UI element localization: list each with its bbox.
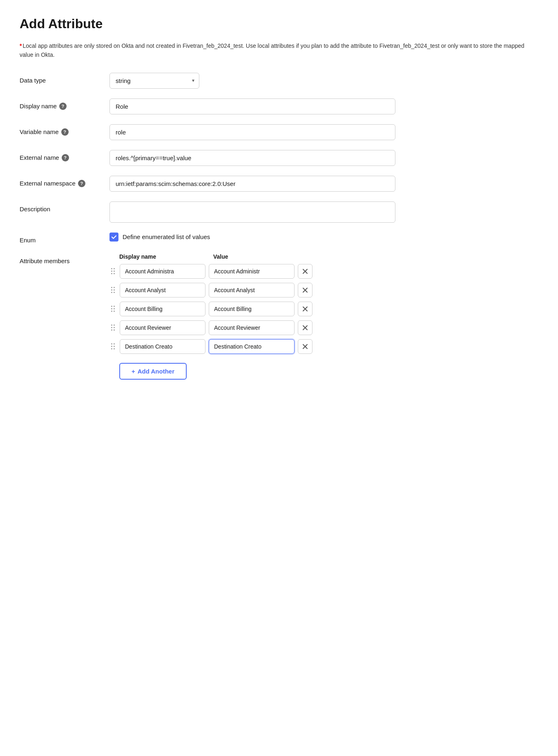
external-name-row: External name ?: [20, 150, 538, 166]
data-type-row: Data type string boolean integer number …: [20, 73, 538, 89]
drag-handle-icon: [109, 285, 116, 295]
remove-member-button[interactable]: [298, 283, 312, 297]
page-title: Add Attribute: [20, 16, 538, 31]
enum-checkbox-row: Define enumerated list of values: [109, 233, 395, 242]
display-name-row: Display name ?: [20, 98, 538, 114]
col-header-display-name: Display name: [119, 253, 213, 260]
enum-label: Enum: [20, 233, 109, 244]
plus-icon: +: [132, 368, 135, 375]
remove-member-button[interactable]: [298, 320, 312, 335]
add-another-label: Add Another: [138, 368, 174, 375]
col-header-value: Value: [213, 253, 395, 260]
add-another-button[interactable]: + Add Another: [119, 363, 187, 380]
member-row: [109, 302, 395, 316]
member-value-input[interactable]: [209, 320, 295, 335]
external-namespace-control: [109, 176, 395, 192]
member-display-input[interactable]: [120, 320, 205, 335]
member-row: [109, 283, 395, 297]
description-input[interactable]: [109, 201, 395, 223]
drag-handle-icon: [109, 266, 116, 276]
member-row: [109, 339, 395, 354]
member-display-input[interactable]: [120, 339, 205, 354]
enum-checkbox[interactable]: [109, 233, 118, 242]
remove-member-button[interactable]: [298, 339, 312, 354]
external-name-help-icon[interactable]: ?: [62, 154, 69, 161]
variable-name-row: Variable name ?: [20, 124, 538, 140]
display-name-input[interactable]: [109, 98, 395, 114]
attribute-members-content: Display name Value: [109, 253, 395, 380]
data-type-select-wrapper: string boolean integer number ▾: [109, 73, 199, 89]
enum-row: Enum Define enumerated list of values: [20, 233, 538, 244]
enum-checkbox-label: Define enumerated list of values: [123, 233, 210, 240]
external-name-label: External name ?: [20, 150, 109, 161]
drag-handle-icon: [109, 342, 116, 351]
remove-member-button[interactable]: [298, 302, 312, 316]
member-rows-container: [109, 264, 395, 354]
member-value-input[interactable]: [209, 302, 295, 316]
variable-name-input[interactable]: [109, 124, 395, 140]
member-display-input[interactable]: [120, 283, 205, 297]
drag-handle-icon: [109, 323, 116, 332]
data-type-label: Data type: [20, 73, 109, 84]
display-name-control: [109, 98, 395, 114]
description-label: Description: [20, 201, 109, 212]
description-control: [109, 201, 395, 223]
data-type-control: string boolean integer number ▾: [109, 73, 395, 89]
external-namespace-label: External namespace ?: [20, 176, 109, 187]
drag-handle-icon: [109, 304, 116, 313]
data-type-select[interactable]: string boolean integer number: [109, 73, 199, 89]
display-name-help-icon[interactable]: ?: [59, 103, 67, 110]
notice-text: *Local app attributes are only stored on…: [20, 41, 538, 60]
member-value-input[interactable]: [209, 264, 295, 279]
member-value-input[interactable]: [209, 339, 295, 354]
variable-name-label: Variable name ?: [20, 124, 109, 136]
variable-name-control: [109, 124, 395, 140]
external-namespace-row: External namespace ?: [20, 176, 538, 192]
member-display-input[interactable]: [120, 302, 205, 316]
external-namespace-input[interactable]: [109, 176, 395, 192]
member-value-input[interactable]: [209, 283, 295, 297]
attribute-members-section: Attribute members Display name Value: [20, 253, 538, 380]
remove-member-button[interactable]: [298, 264, 312, 279]
display-name-label: Display name ?: [20, 98, 109, 110]
external-namespace-help-icon[interactable]: ?: [78, 180, 85, 187]
members-header: Display name Value: [109, 253, 395, 260]
description-row: Description: [20, 201, 538, 223]
member-row: [109, 320, 395, 335]
member-row: [109, 264, 395, 279]
external-name-input[interactable]: [109, 150, 395, 166]
external-name-control: [109, 150, 395, 166]
member-display-input[interactable]: [120, 264, 205, 279]
notice-asterisk: *: [20, 42, 22, 49]
attribute-members-label: Attribute members: [20, 253, 109, 264]
variable-name-help-icon[interactable]: ?: [61, 128, 69, 136]
enum-control: Define enumerated list of values: [109, 233, 395, 242]
